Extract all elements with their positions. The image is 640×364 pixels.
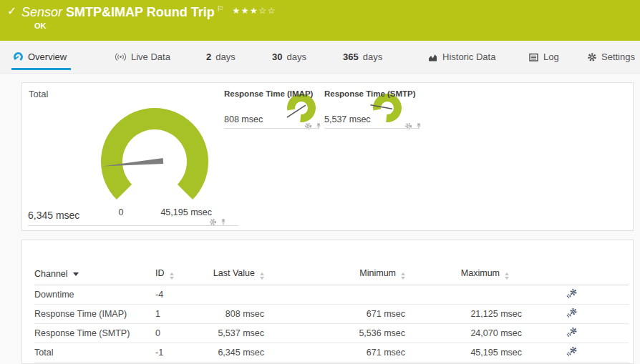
- tab-label: Settings: [601, 51, 635, 62]
- channel-name: Response Time (SMTP): [34, 323, 155, 343]
- column-label: Maximum: [461, 268, 500, 278]
- tab-label: days: [286, 51, 306, 62]
- sort-desc-icon: [73, 272, 79, 276]
- ok-check-icon: ✓: [7, 4, 16, 18]
- total-gauge-title: Total: [29, 89, 48, 99]
- gauge-pin-icon[interactable]: [315, 120, 322, 133]
- tab-number: 2: [206, 51, 211, 62]
- channel-minimum: 671 msec: [264, 304, 405, 323]
- table-header-row: Channel ID Last Value Minimum Maximum: [34, 264, 629, 285]
- tab-label: Overview: [28, 51, 67, 62]
- tab-30-days[interactable]: 30 days: [272, 41, 306, 73]
- channel-minimum: [264, 285, 405, 304]
- smtp-gauge-value: 5,537 msec: [324, 114, 371, 124]
- column-header-maximum[interactable]: Maximum: [405, 264, 522, 285]
- total-gauge-needle: [102, 158, 163, 166]
- channel-name: Total: [34, 343, 155, 362]
- smtp-gauge-title: Response Time (SMTP): [324, 89, 416, 98]
- channel-settings-gears-icon[interactable]: [566, 291, 578, 301]
- column-label: ID: [155, 268, 165, 278]
- sort-both-icon: [401, 272, 405, 280]
- channel-id: -4: [155, 285, 212, 304]
- channel-maximum: [405, 285, 522, 304]
- channel-name: Downtime: [34, 285, 155, 304]
- gauge-pin-icon[interactable]: [415, 120, 422, 133]
- tab-number: 365: [343, 51, 359, 62]
- table-row: Response Time (SMTP) 0 5,537 msec 5,536 …: [34, 323, 629, 343]
- tab-label: Live Data: [131, 51, 170, 62]
- total-gauge-min: 0: [107, 207, 135, 217]
- channel-settings-gears-icon[interactable]: [566, 310, 578, 320]
- smtp-gauge-needle: [370, 105, 392, 109]
- channels-panel: Channel ID Last Value Minimum Maximum Do…: [21, 240, 634, 364]
- tab-2-days[interactable]: 2 days: [206, 41, 236, 73]
- channel-last-value: 6,345 msec: [212, 343, 264, 362]
- tab-label: Log: [543, 51, 559, 62]
- object-kind-label: Sensor: [21, 5, 62, 19]
- tab-label: days: [363, 51, 382, 62]
- tab-bar: Overview Live Data 2 days 30 days 365 da…: [0, 41, 640, 74]
- imap-gauge-title: Response Time (IMAP): [224, 89, 313, 98]
- gauges-panel: Total 6,345 msec 0 45,195 msec Response …: [21, 82, 634, 231]
- channel-maximum: 21,125 msec: [405, 304, 522, 323]
- channel-id: 0: [155, 323, 212, 343]
- gauge-settings-gear-icon[interactable]: [304, 120, 312, 133]
- column-header-id[interactable]: ID: [155, 264, 212, 285]
- sort-both-icon: [505, 272, 509, 280]
- column-header-minimum[interactable]: Minimum: [264, 264, 405, 285]
- channel-id: -1: [155, 343, 212, 362]
- flag-icon[interactable]: ⚐: [217, 4, 224, 13]
- total-gauge-max: 45,195 msec: [137, 207, 212, 217]
- imap-gauge-needle: [287, 105, 306, 117]
- column-header-channel[interactable]: Channel: [34, 264, 155, 285]
- channel-name: Response Time (IMAP): [34, 304, 155, 323]
- area-chart-icon: [427, 52, 438, 62]
- channels-table: Channel ID Last Value Minimum Maximum Do…: [34, 264, 629, 363]
- channel-last-value: 808 msec: [212, 304, 264, 323]
- tab-365-days[interactable]: 365 days: [343, 41, 382, 73]
- tab-number: 30: [272, 51, 282, 62]
- table-row: Response Time (IMAP) 1 808 msec 671 msec…: [34, 304, 629, 323]
- total-gauge-value: 6,345 msec: [28, 210, 79, 221]
- imap-gauge-value: 808 msec: [224, 114, 263, 124]
- table-row: Total -1 6,345 msec 671 msec 45,195 msec: [34, 343, 629, 362]
- channel-minimum: 671 msec: [264, 343, 405, 362]
- sensor-name: SMTP&IMAP Round Trip: [66, 5, 215, 19]
- gear-icon: [587, 52, 597, 62]
- tab-historic-data[interactable]: Historic Data: [427, 41, 495, 73]
- tab-label: Historic Data: [442, 51, 495, 62]
- channel-maximum: 45,195 msec: [405, 343, 522, 362]
- page-title: SensorSMTP&IMAP Round Trip⚐★★★☆☆: [21, 4, 276, 20]
- live-data-icon: [115, 51, 127, 62]
- gauge-settings-gear-icon[interactable]: [404, 120, 412, 133]
- priority-stars[interactable]: ★★★☆☆: [233, 6, 276, 16]
- column-label: Minimum: [359, 268, 396, 278]
- gauge-settings-gear-icon[interactable]: [209, 216, 217, 229]
- sensor-status-header: ✓ SensorSMTP&IMAP Round Trip⚐★★★☆☆ OK: [0, 0, 640, 41]
- tab-log[interactable]: Log: [528, 41, 559, 73]
- gauge-pin-icon[interactable]: [220, 216, 227, 229]
- tab-settings[interactable]: Settings: [587, 41, 635, 73]
- channel-id: 1: [155, 304, 212, 323]
- table-row: Downtime -4: [34, 285, 629, 304]
- channel-settings-gears-icon[interactable]: [566, 349, 578, 359]
- column-header-last-value[interactable]: Last Value: [212, 264, 264, 285]
- tab-label: days: [215, 51, 235, 62]
- log-list-icon: [528, 52, 539, 62]
- column-label: Last Value: [213, 268, 255, 278]
- channel-maximum: 24,070 msec: [405, 323, 522, 343]
- channel-last-value: [212, 285, 264, 304]
- sort-both-icon: [170, 272, 174, 280]
- channel-settings-gears-icon[interactable]: [566, 330, 578, 340]
- tab-overview[interactable]: Overview: [13, 41, 67, 73]
- total-gauge-arc: [101, 108, 208, 200]
- tab-live-data[interactable]: Live Data: [115, 41, 170, 73]
- channel-minimum: 5,536 msec: [264, 323, 405, 343]
- channel-last-value: 5,537 msec: [212, 323, 264, 343]
- status-badge: OK: [34, 21, 47, 30]
- gauge-icon: [13, 51, 24, 62]
- sort-both-icon: [260, 272, 264, 280]
- column-label: Channel: [34, 269, 68, 279]
